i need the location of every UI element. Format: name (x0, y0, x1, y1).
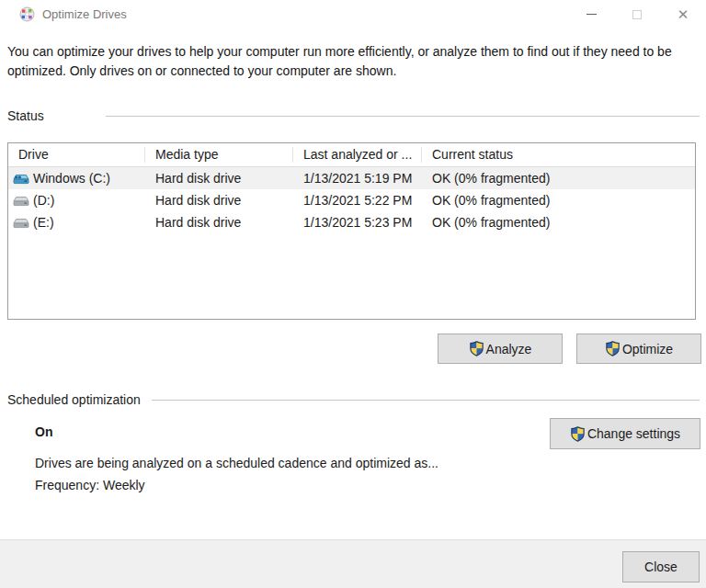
current-status-value: OK (0% fragmented) (422, 215, 695, 230)
close-icon: ✕ (678, 7, 689, 21)
media-type-value: Hard disk drive (145, 215, 293, 230)
analyze-button[interactable]: Analyze (438, 334, 563, 364)
current-status-value: OK (0% fragmented) (422, 193, 695, 208)
maximize-icon (632, 10, 642, 19)
status-section-header: Status (7, 108, 700, 123)
status-section-divider (106, 116, 700, 117)
media-type-value: Hard disk drive (145, 193, 293, 208)
title-bar: Optimize Drives ✕ (0, 0, 706, 29)
change-settings-button-label: Change settings (587, 426, 680, 441)
table-row[interactable]: Windows (C:) Hard disk drive 1/13/2021 5… (8, 167, 695, 189)
drive-icon (13, 215, 29, 230)
table-row[interactable]: (D:) Hard disk drive 1/13/2021 5:22 PM O… (8, 189, 695, 211)
scheduled-state: On (35, 424, 52, 439)
drive-icon (13, 193, 29, 208)
optimize-button[interactable]: Optimize (576, 334, 701, 364)
drive-table: Drive Media type Last analyzed or ... Cu… (7, 142, 696, 320)
dialog-description: You can optimize your drives to help you… (7, 42, 693, 81)
close-button-label: Close (644, 560, 678, 574)
uac-shield-icon (469, 341, 484, 356)
drive-table-body: Windows (C:) Hard disk drive 1/13/2021 5… (8, 167, 695, 233)
last-analyzed-value: 1/13/2021 5:23 PM (293, 215, 422, 230)
drive-name: (D:) (33, 193, 54, 208)
window-title: Optimize Drives (42, 7, 127, 21)
scheduled-description: Drives are being analyzed on a scheduled… (35, 456, 438, 470)
maximize-button[interactable] (614, 0, 660, 28)
scheduled-section-divider (152, 400, 700, 401)
drive-name: (E:) (33, 215, 54, 230)
column-header-current-status[interactable]: Current status (422, 147, 695, 163)
last-analyzed-value: 1/13/2021 5:22 PM (293, 193, 422, 208)
minimize-icon (586, 14, 597, 15)
last-analyzed-value: 1/13/2021 5:19 PM (293, 171, 422, 186)
optimize-drives-app-icon (19, 6, 35, 22)
media-type-value: Hard disk drive (145, 171, 293, 186)
change-settings-button[interactable]: Change settings (550, 418, 700, 449)
scheduled-section-header: Scheduled optimization (7, 392, 700, 407)
dialog-footer: Close (0, 539, 706, 588)
current-status-value: OK (0% fragmented) (422, 171, 695, 186)
drive-table-header: Drive Media type Last analyzed or ... Cu… (8, 143, 695, 167)
column-header-last-analyzed[interactable]: Last analyzed or ... (293, 147, 422, 163)
drive-name: Windows (C:) (33, 171, 110, 186)
uac-shield-icon (605, 341, 621, 356)
close-button[interactable]: Close (622, 551, 700, 582)
drive-actions: Analyze Optimize (438, 334, 701, 364)
uac-shield-icon (570, 426, 586, 442)
minimize-button[interactable] (568, 0, 614, 28)
optimize-button-label: Optimize (622, 342, 673, 356)
windows-drive-icon (13, 171, 29, 186)
status-section-label: Status (7, 108, 95, 123)
scheduled-section-label: Scheduled optimization (7, 392, 141, 407)
frequency-value: Frequency: Weekly (35, 478, 145, 492)
close-window-button[interactable]: ✕ (660, 0, 706, 28)
column-header-media-type[interactable]: Media type (145, 147, 293, 163)
analyze-button-label: Analyze (486, 342, 532, 356)
table-row[interactable]: (E:) Hard disk drive 1/13/2021 5:23 PM O… (8, 211, 695, 233)
window-controls: ✕ (568, 0, 706, 28)
column-header-drive[interactable]: Drive (8, 147, 145, 163)
